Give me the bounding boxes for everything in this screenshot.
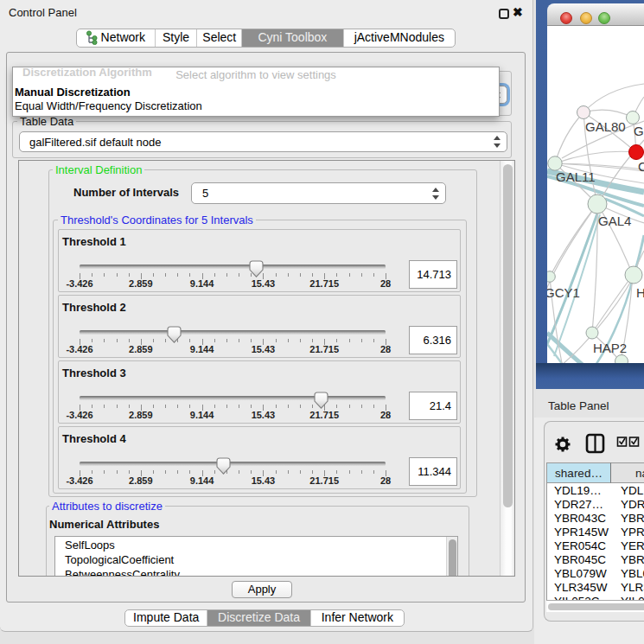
svg-text:HAP2: HAP2 <box>593 341 627 355</box>
svg-text:GAL80: GAL80 <box>585 119 626 134</box>
svg-text:H: H <box>636 285 644 300</box>
svg-text:GAL11: GAL11 <box>556 169 596 184</box>
svg-text:GAL4: GAL4 <box>598 214 631 228</box>
svg-text:C: C <box>638 159 644 174</box>
svg-text:GCY1: GCY1 <box>547 285 580 300</box>
svg-text:G..: G.. <box>634 124 644 138</box>
